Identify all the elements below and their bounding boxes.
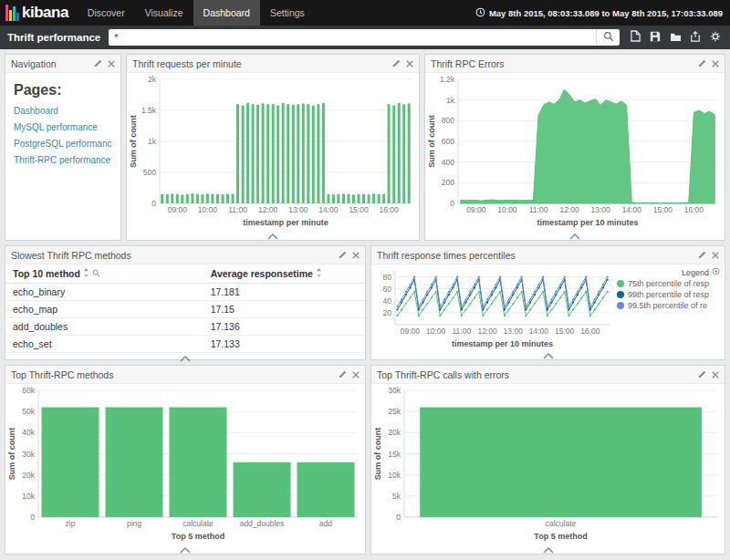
svg-text:09:00: 09:00 bbox=[466, 205, 486, 214]
top-errors-chart[interactable]: 05k10k15k20k25k30kcalculateTop 5 methodS… bbox=[371, 384, 725, 544]
time-range-text: May 8th 2015, 08:03:33.089 to May 8th 20… bbox=[489, 8, 723, 18]
nav-link-mysql[interactable]: MySQL performance bbox=[14, 122, 112, 132]
close-panel-icon[interactable] bbox=[108, 60, 115, 67]
edit-panel-icon[interactable] bbox=[697, 59, 706, 68]
svg-text:timestamp per 10 minutes: timestamp per 10 minutes bbox=[452, 339, 553, 348]
panel-top-methods: Top Thrift-RPC methods 010k20k30k40k50k6… bbox=[5, 365, 366, 555]
svg-text:16:00: 16:00 bbox=[580, 327, 600, 336]
tab-visualize[interactable]: Visualize bbox=[135, 0, 193, 26]
close-panel-icon[interactable] bbox=[712, 60, 719, 67]
legend-item[interactable]: 99.5th percentile of re bbox=[617, 301, 720, 310]
panel-title: Thrift RPC Errors bbox=[431, 58, 697, 69]
share-dashboard-button[interactable] bbox=[686, 28, 704, 47]
save-dashboard-button[interactable] bbox=[646, 28, 664, 47]
legend: Legend 75th percentile of resp 99th perc… bbox=[617, 264, 725, 350]
svg-text:800: 800 bbox=[442, 116, 454, 125]
options-button[interactable] bbox=[706, 28, 725, 47]
folder-open-icon bbox=[670, 31, 682, 45]
responsetime-cell: 17.133 bbox=[203, 336, 365, 353]
requests-per-minute-chart[interactable]: 05001k1.5k2k09:0010:0011:0012:0013:0014:… bbox=[127, 73, 419, 231]
svg-text:Top 5 method: Top 5 method bbox=[534, 532, 587, 541]
new-document-icon bbox=[631, 30, 641, 45]
column-header-responsetime[interactable]: Average responsetime bbox=[203, 264, 365, 284]
new-dashboard-button[interactable] bbox=[626, 28, 644, 47]
sort-icon bbox=[83, 268, 89, 279]
svg-text:600: 600 bbox=[442, 137, 454, 146]
dashboard-title: Thrift performance bbox=[5, 32, 102, 43]
tab-label: Discover bbox=[88, 7, 125, 18]
close-panel-icon[interactable] bbox=[352, 252, 360, 259]
svg-text:13:00: 13:00 bbox=[591, 205, 611, 214]
method-cell: echo_binary bbox=[5, 284, 203, 301]
tab-discover[interactable]: Discover bbox=[78, 0, 135, 26]
rpc-errors-chart[interactable]: 02004006008001k1.2k09:0010:0011:0012:001… bbox=[425, 73, 725, 231]
table-row: echo_set17.133 bbox=[5, 336, 365, 353]
pages-heading: Pages: bbox=[14, 82, 112, 99]
edit-panel-icon[interactable] bbox=[391, 59, 401, 68]
search-input[interactable] bbox=[109, 29, 596, 46]
filter-magnifier-icon bbox=[92, 268, 100, 279]
svg-text:0: 0 bbox=[151, 199, 156, 208]
close-panel-icon[interactable] bbox=[352, 371, 360, 379]
tab-settings[interactable]: Settings bbox=[260, 0, 315, 26]
svg-text:14:00: 14:00 bbox=[622, 205, 642, 214]
table-row: echo_map17.15 bbox=[5, 301, 365, 318]
column-header-method[interactable]: Top 10 method bbox=[5, 264, 203, 284]
svg-text:25k: 25k bbox=[388, 407, 401, 416]
svg-text:2k: 2k bbox=[148, 75, 157, 84]
collapse-panel-button[interactable] bbox=[371, 350, 725, 361]
nav-link-postgresql[interactable]: PostgreSQL performance bbox=[14, 139, 112, 149]
export-icon bbox=[690, 31, 701, 45]
svg-text:calculate: calculate bbox=[182, 519, 214, 528]
collapse-panel-button[interactable] bbox=[5, 544, 365, 555]
tab-dashboard[interactable]: Dashboard bbox=[193, 0, 260, 26]
nav-link-dashboard[interactable]: Dashboard bbox=[14, 106, 112, 116]
panel-title: Slowest Thrift RPC methods bbox=[11, 250, 338, 261]
method-cell: echo_set bbox=[5, 336, 203, 353]
collapse-panel-button[interactable] bbox=[425, 231, 725, 242]
close-panel-icon[interactable] bbox=[406, 60, 413, 67]
panel-title: Thrift response times percentiles bbox=[377, 250, 697, 261]
top-methods-chart[interactable]: 010k20k30k40k50k60kzippingcalculateadd_d… bbox=[5, 384, 365, 544]
legend-label: 99th percentile of resp bbox=[628, 290, 709, 299]
legend-header[interactable]: Legend bbox=[617, 267, 720, 277]
edit-panel-icon[interactable] bbox=[338, 251, 347, 260]
svg-text:60: 60 bbox=[383, 285, 392, 294]
panel-top-errors: Top Thrift-RPC calls with errors 05k10k1… bbox=[370, 365, 725, 555]
table-row: echo_binary17.181 bbox=[5, 284, 365, 301]
table-row: add_doubles17.136 bbox=[5, 318, 365, 336]
svg-text:13:00: 13:00 bbox=[504, 327, 524, 336]
panel-header: Thrift RPC Errors bbox=[425, 55, 725, 73]
panel-rpc-errors: Thrift RPC Errors 02004006008001k1.2k09:… bbox=[424, 54, 725, 241]
edit-panel-icon[interactable] bbox=[338, 370, 347, 379]
svg-text:1k: 1k bbox=[148, 137, 157, 146]
close-panel-icon[interactable] bbox=[712, 252, 719, 259]
edit-panel-icon[interactable] bbox=[93, 59, 102, 68]
percentiles-chart[interactable]: 2040608009:0010:0011:0012:0013:0014:0015… bbox=[371, 264, 617, 350]
legend-item[interactable]: 75th percentile of resp bbox=[617, 279, 720, 288]
close-panel-icon[interactable] bbox=[712, 371, 719, 379]
nav-link-thrift-rpc[interactable]: Thrift-RPC performance bbox=[14, 155, 112, 165]
svg-text:15:00: 15:00 bbox=[349, 205, 369, 214]
svg-text:0: 0 bbox=[30, 513, 35, 522]
legend-item[interactable]: 99th percentile of resp bbox=[617, 290, 720, 299]
save-icon bbox=[650, 31, 661, 45]
collapse-panel-button[interactable] bbox=[371, 544, 725, 555]
panel-header: Slowest Thrift RPC methods bbox=[5, 246, 365, 264]
column-label: Top 10 method bbox=[13, 268, 80, 279]
edit-panel-icon[interactable] bbox=[697, 251, 706, 260]
svg-text:14:00: 14:00 bbox=[529, 327, 549, 336]
collapse-panel-button[interactable] bbox=[127, 231, 419, 242]
svg-text:40k: 40k bbox=[22, 428, 35, 437]
method-cell: add_doubles bbox=[5, 318, 203, 336]
svg-text:11:00: 11:00 bbox=[529, 205, 548, 214]
legend-title-text: Legend bbox=[682, 268, 709, 277]
collapse-panel-button[interactable] bbox=[5, 353, 365, 364]
search-button[interactable] bbox=[596, 29, 620, 46]
load-dashboard-button[interactable] bbox=[666, 28, 684, 47]
panel-response-percentiles: Thrift response times percentiles 204060… bbox=[370, 245, 725, 360]
time-range-picker[interactable]: May 8th 2015, 08:03:33.089 to May 8th 20… bbox=[475, 7, 730, 19]
kibana-logo[interactable]: kibana bbox=[0, 4, 78, 22]
edit-panel-icon[interactable] bbox=[697, 370, 706, 379]
svg-text:add: add bbox=[319, 519, 332, 528]
